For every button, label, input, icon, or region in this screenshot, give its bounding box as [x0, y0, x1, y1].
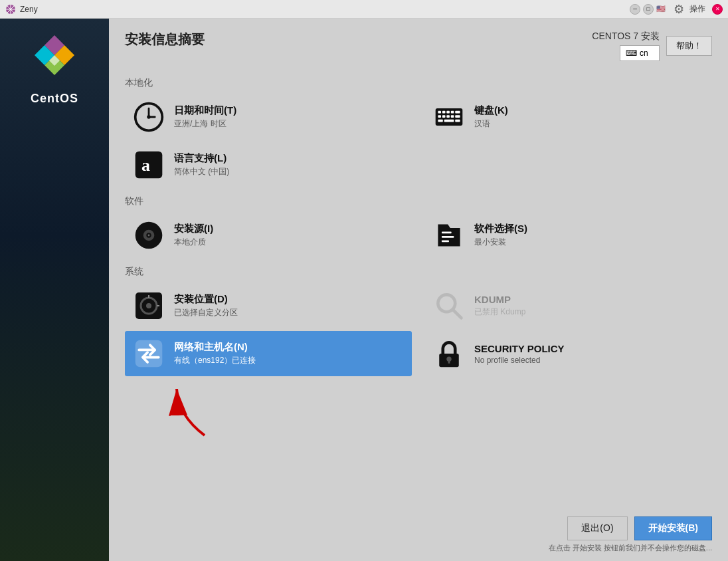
svg-line-43: [453, 310, 462, 318]
security-title: SECURITY POLICY: [474, 343, 565, 354]
svg-rect-44: [136, 340, 163, 368]
install-source-subtitle: 本地介质: [174, 237, 213, 248]
lang-value: cn: [640, 49, 648, 58]
software-grid: 安装源(I) 本地介质: [125, 213, 712, 258]
security-icon: [432, 336, 466, 371]
system-grid: 安装位置(D) 已选择自定义分区 KDUMP: [125, 283, 712, 376]
svg-rect-35: [442, 236, 454, 238]
flag-icon: 🇺🇸: [656, 5, 666, 13]
software-icon: [432, 218, 466, 253]
section-localization: 本地化: [125, 77, 712, 89]
window-title: Zeny: [20, 5, 630, 14]
sections-container: 本地化 日期和时间(T) 亚洲/上: [109, 69, 728, 508]
localization-grid: 日期和时间(T) 亚洲/上海 时区: [125, 94, 712, 187]
keyboard-item[interactable]: 键盘(K) 汉语: [425, 94, 712, 140]
language-item[interactable]: a 语言支持(L) 简体中文 (中国): [125, 142, 412, 187]
install-dest-icon: [132, 288, 166, 323]
titlebar-controls: ─ □ 🇺🇸 ⚙ 操作 ✕: [630, 2, 723, 17]
section-software: 软件: [125, 195, 712, 207]
datetime-title: 日期和时间(T): [174, 104, 236, 117]
datetime-text: 日期和时间(T) 亚洲/上海 时区: [174, 104, 236, 130]
install-dest-title: 安装位置(D): [174, 293, 238, 306]
close-button[interactable]: ✕: [712, 4, 723, 15]
language-icon: a: [132, 148, 166, 182]
install-dest-item[interactable]: 安装位置(D) 已选择自定义分区: [125, 283, 412, 328]
svg-rect-26: [444, 120, 454, 122]
network-subtitle: 有线（ens192）已连接: [174, 355, 256, 366]
header-right: CENTOS 7 安装 ⌨ cn 帮助！: [592, 31, 712, 61]
centos-logo: [28, 32, 81, 85]
svg-rect-23: [451, 115, 454, 118]
software-selection-text: 软件选择(S) 最小安装: [474, 223, 527, 248]
svg-rect-21: [442, 115, 446, 118]
svg-rect-18: [451, 111, 454, 114]
svg-point-39: [146, 303, 151, 308]
keyboard-icon-item: [432, 100, 466, 134]
language-title: 语言支持(L): [174, 152, 229, 165]
svg-text:a: a: [141, 156, 150, 175]
keyboard-icon: ⌨: [626, 49, 637, 58]
svg-rect-16: [442, 111, 446, 114]
datetime-item[interactable]: 日期和时间(T) 亚洲/上海 时区: [125, 94, 412, 140]
software-selection-subtitle: 最小安装: [474, 237, 527, 248]
svg-rect-20: [438, 115, 441, 118]
network-title: 网络和主机名(N): [174, 341, 256, 354]
svg-rect-22: [446, 115, 450, 118]
content-footer: 退出(O) 开始安装(B) 在点击 开始安装 按钮前我们并不会操作您的磁盘...: [109, 508, 728, 561]
main-container: CentOS 安装信息摘要 CENTOS 7 安装 ⌨ cn 帮助！ 本地化: [0, 19, 728, 561]
kdump-subtitle: 已禁用 Kdump: [474, 306, 525, 318]
security-text: SECURITY POLICY No profile selected: [474, 343, 565, 365]
centos-brand: CentOS: [31, 92, 78, 106]
gear-icon: ⚙: [674, 2, 684, 17]
datetime-subtitle: 亚洲/上海 时区: [174, 118, 236, 130]
sidebar: CentOS: [0, 19, 109, 561]
svg-rect-27: [455, 120, 460, 122]
titlebar: Zeny ─ □ 🇺🇸 ⚙ 操作 ✕: [0, 0, 728, 19]
start-install-button[interactable]: 开始安装(B): [634, 516, 712, 540]
security-item[interactable]: SECURITY POLICY No profile selected: [425, 331, 712, 376]
svg-rect-17: [446, 111, 450, 114]
kdump-item[interactable]: KDUMP 已禁用 Kdump: [425, 283, 712, 328]
keyboard-subtitle: 汉语: [474, 118, 508, 130]
svg-rect-24: [455, 115, 460, 118]
install-label: CENTOS 7 安装: [592, 31, 660, 43]
svg-point-13: [147, 115, 151, 119]
source-icon: [132, 218, 166, 253]
install-source-text: 安装源(I) 本地介质: [174, 223, 213, 248]
clock-icon: [132, 100, 166, 134]
help-button[interactable]: 帮助！: [666, 36, 712, 56]
svg-rect-36: [442, 240, 449, 242]
restore-button[interactable]: □: [643, 4, 654, 15]
install-source-item[interactable]: 安装源(I) 本地介质: [125, 213, 412, 258]
network-icon: [132, 336, 166, 371]
software-selection-title: 软件选择(S): [474, 223, 527, 235]
security-subtitle: No profile selected: [474, 356, 565, 365]
section-system: 系统: [125, 266, 712, 278]
kdump-icon: [432, 288, 466, 323]
install-dest-subtitle: 已选择自定义分区: [174, 307, 238, 318]
kdump-text: KDUMP 已禁用 Kdump: [474, 294, 525, 318]
software-selection-item[interactable]: 软件选择(S) 最小安装: [425, 213, 712, 258]
content-header: 安装信息摘要 CENTOS 7 安装 ⌨ cn 帮助！: [109, 19, 728, 69]
language-input[interactable]: ⌨ cn: [620, 45, 660, 61]
kdump-title: KDUMP: [474, 294, 525, 305]
footer-buttons: 退出(O) 开始安装(B): [567, 516, 712, 540]
footer-note: 在点击 开始安装 按钮前我们并不会操作您的磁盘...: [549, 543, 712, 553]
app-icon: [5, 4, 16, 15]
exit-button[interactable]: 退出(O): [567, 516, 627, 540]
keyboard-text: 键盘(K) 汉语: [474, 104, 508, 130]
keyboard-title: 键盘(K): [474, 104, 508, 117]
svg-rect-15: [438, 111, 441, 114]
network-text: 网络和主机名(N) 有线（ens192）已连接: [174, 341, 256, 366]
svg-point-33: [148, 235, 150, 237]
content-area: 安装信息摘要 CENTOS 7 安装 ⌨ cn 帮助！ 本地化: [109, 19, 728, 561]
install-dest-text: 安装位置(D) 已选择自定义分区: [174, 293, 238, 318]
network-item[interactable]: 网络和主机名(N) 有线（ens192）已连接: [125, 331, 412, 376]
language-subtitle: 简体中文 (中国): [174, 166, 229, 177]
install-source-title: 安装源(I): [174, 223, 213, 235]
svg-rect-34: [442, 231, 452, 233]
minimize-button[interactable]: ─: [630, 4, 640, 15]
page-title: 安装信息摘要: [125, 31, 205, 49]
language-text: 语言支持(L) 简体中文 (中国): [174, 152, 229, 177]
svg-rect-19: [455, 111, 460, 114]
